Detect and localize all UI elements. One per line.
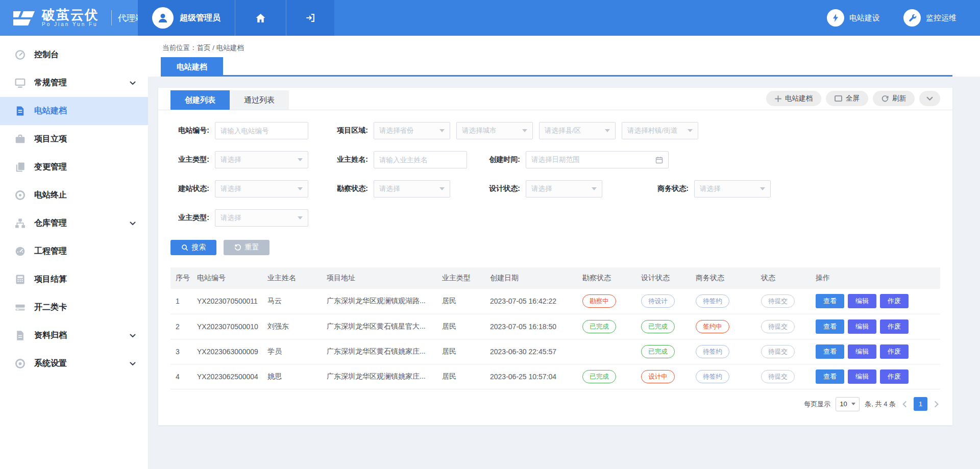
filter-group: 建站状态:请选择 bbox=[170, 180, 329, 198]
caret-down-icon bbox=[592, 187, 597, 190]
refresh-button[interactable]: 刷新 bbox=[873, 91, 915, 106]
sidebar-item-station-terminate[interactable]: 电站终止 bbox=[0, 181, 148, 209]
placeholder-text: 请选择 bbox=[220, 155, 241, 164]
date-range-input[interactable]: 请选择日期范围 bbox=[526, 151, 669, 168]
logout-button[interactable] bbox=[286, 0, 334, 36]
sidebar-item-archive[interactable]: 资料归档 bbox=[0, 322, 148, 350]
sidebar-item-settings[interactable]: 系统设置 bbox=[0, 350, 148, 378]
cell-business: 待签约 bbox=[692, 364, 757, 389]
view-button[interactable]: 查看 bbox=[816, 369, 844, 384]
placeholder-text: 请选择城市 bbox=[462, 126, 497, 135]
nav-monitor-ops[interactable]: 监控运维 bbox=[903, 9, 957, 27]
prev-page-button[interactable] bbox=[901, 401, 909, 408]
select[interactable]: 请选择城市 bbox=[456, 122, 533, 139]
text-input[interactable] bbox=[215, 122, 308, 139]
cell-business: 待签约 bbox=[692, 289, 757, 314]
sidebar-item-general[interactable]: 常规管理 bbox=[0, 69, 148, 97]
sidebar-item-card[interactable]: 开二类卡 bbox=[0, 293, 148, 322]
select[interactable]: 请选择省份 bbox=[374, 122, 450, 139]
column-header: 项目地址 bbox=[323, 267, 438, 289]
cell-design: 待设计 bbox=[637, 289, 692, 314]
edit-button[interactable]: 编辑 bbox=[848, 369, 876, 384]
next-page-button[interactable] bbox=[933, 401, 940, 408]
sidebar-item-project-setup[interactable]: 项目立项 bbox=[0, 125, 148, 153]
view-button[interactable]: 查看 bbox=[816, 344, 844, 359]
void-button[interactable]: 作废 bbox=[880, 344, 909, 359]
edit-button[interactable]: 编辑 bbox=[848, 319, 876, 334]
text-input[interactable] bbox=[374, 151, 467, 168]
void-button[interactable]: 作废 bbox=[880, 294, 909, 308]
select[interactable]: 请选择县/区 bbox=[539, 122, 616, 139]
sidebar-item-label: 资料归档 bbox=[34, 330, 67, 341]
cell-no: 2 bbox=[170, 314, 193, 339]
column-header: 状态 bbox=[757, 267, 812, 289]
calc-icon bbox=[14, 274, 26, 285]
sidebar-item-station-archive[interactable]: 电站建档 bbox=[0, 97, 148, 125]
sidebar-item-engineering[interactable]: 工程管理 bbox=[0, 237, 148, 265]
caret-down-icon bbox=[298, 158, 303, 161]
table-header-row: 序号电站编号业主姓名项目地址业主类型创建日期勘察状态设计状态商务状态状态操作 bbox=[170, 267, 940, 289]
dashboard-icon bbox=[14, 49, 26, 61]
cell-status: 待提交 bbox=[757, 339, 812, 364]
page-size-select[interactable]: 10 bbox=[836, 397, 860, 411]
home-button[interactable] bbox=[235, 0, 286, 36]
add-station-button[interactable]: 电站建档 bbox=[766, 91, 821, 106]
filter-group: 业主类型:请选择 bbox=[170, 209, 308, 227]
fullscreen-button[interactable]: 全屏 bbox=[826, 91, 868, 106]
filter-group: 设计状态:请选择 bbox=[481, 180, 650, 198]
void-button[interactable]: 作废 bbox=[880, 369, 909, 384]
edit-button[interactable]: 编辑 bbox=[848, 344, 876, 359]
nav-station-build[interactable]: 电站建设 bbox=[827, 9, 880, 27]
content-card: 创建列表 通过列表 电站建档 全屏 bbox=[158, 88, 952, 425]
select[interactable]: 请选择村镇/街道 bbox=[622, 122, 698, 139]
view-button[interactable]: 查看 bbox=[816, 294, 844, 308]
gear-icon bbox=[14, 358, 26, 369]
tab-passed-list[interactable]: 通过列表 bbox=[230, 90, 289, 110]
cell-no: 4 bbox=[170, 364, 193, 389]
select[interactable]: 请选择 bbox=[215, 209, 308, 227]
status-badge: 勘察中 bbox=[582, 294, 616, 308]
breadcrumb: 当前位置：首页 / 电站建档 bbox=[162, 43, 244, 53]
sidebar-item-label: 系统设置 bbox=[34, 358, 67, 369]
status-badge: 待提交 bbox=[761, 370, 795, 383]
select[interactable]: 请选择 bbox=[215, 151, 308, 168]
reset-button[interactable]: 重置 bbox=[224, 240, 270, 255]
sidebar-item-change-mgmt[interactable]: 变更管理 bbox=[0, 153, 148, 181]
cell-code: YX2023062500004 bbox=[193, 364, 263, 389]
select[interactable]: 请选择 bbox=[215, 180, 308, 198]
filter-group: 创建时间:请选择日期范围 bbox=[481, 151, 669, 168]
placeholder-text: 请选择县/区 bbox=[545, 126, 581, 135]
current-page[interactable]: 1 bbox=[914, 397, 927, 411]
cell-status: 待提交 bbox=[757, 364, 812, 389]
collapse-button[interactable] bbox=[919, 91, 940, 106]
page-tab[interactable]: 电站建档 bbox=[161, 57, 223, 77]
sidebar-item-settlement[interactable]: 项目结算 bbox=[0, 265, 148, 293]
cell-created: 2023-07-05 16:42:22 bbox=[486, 289, 578, 314]
search-button[interactable]: 搜索 bbox=[170, 240, 216, 255]
filter-group: 业主姓名: bbox=[329, 151, 481, 168]
filter-row: 业主类型:请选择业主姓名:创建时间:请选择日期范围 bbox=[170, 151, 940, 168]
filter-label: 建站状态: bbox=[170, 184, 209, 193]
edit-button[interactable]: 编辑 bbox=[848, 294, 876, 308]
caret-down-icon bbox=[688, 129, 693, 132]
select[interactable]: 请选择 bbox=[374, 180, 450, 198]
select[interactable]: 请选择 bbox=[694, 180, 771, 198]
column-header: 操作 bbox=[812, 267, 940, 289]
void-button[interactable]: 作废 bbox=[880, 319, 909, 334]
list-tabs: 创建列表 通过列表 电站建档 全屏 bbox=[158, 88, 952, 110]
view-button[interactable]: 查看 bbox=[816, 319, 844, 334]
brand-name: 破茧云伏 bbox=[42, 8, 99, 22]
sidebar-item-console[interactable]: 控制台 bbox=[0, 41, 148, 69]
column-header: 创建日期 bbox=[486, 267, 578, 289]
column-header: 商务状态 bbox=[692, 267, 757, 289]
cell-design: 设计中 bbox=[637, 364, 692, 389]
status-badge: 待签约 bbox=[696, 345, 729, 358]
cell-address: 广东深圳龙华区黄石镇星官大... bbox=[323, 314, 438, 339]
user-menu[interactable]: 超级管理员 bbox=[138, 0, 235, 36]
select[interactable]: 请选择 bbox=[526, 180, 602, 198]
sidebar-item-warehouse[interactable]: 仓库管理 bbox=[0, 209, 148, 237]
filter-label: 设计状态: bbox=[481, 184, 520, 193]
tab-created-list[interactable]: 创建列表 bbox=[170, 90, 230, 110]
briefcase-icon bbox=[14, 133, 26, 145]
column-header: 业主姓名 bbox=[263, 267, 323, 289]
